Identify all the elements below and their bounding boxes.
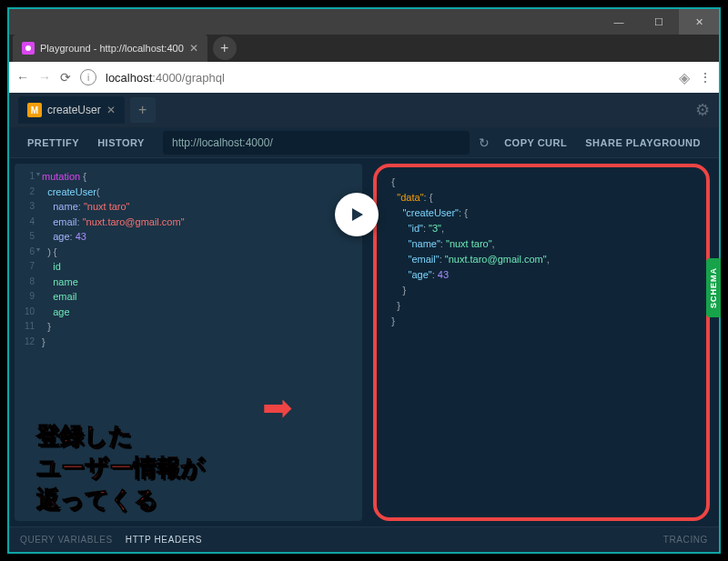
play-icon xyxy=(349,206,365,223)
endpoint-reload-icon[interactable]: ↻ xyxy=(479,135,490,150)
browser-tab[interactable]: Playground - http://localhost:400 ✕ xyxy=(13,35,207,62)
toolbar: PRETTIFY HISTORY http://localhost:4000/ … xyxy=(9,127,719,158)
query-variables-tab[interactable]: QUERY VARIABLES xyxy=(20,535,113,545)
operation-tab-label: createUser xyxy=(47,104,101,116)
extension-icon[interactable]: ◈ xyxy=(679,69,690,86)
http-headers-tab[interactable]: HTTP HEADERS xyxy=(126,535,202,545)
playground-tab-bar: M createUser ✕ + ⚙ xyxy=(9,93,719,127)
prettify-button[interactable]: PRETTIFY xyxy=(18,137,88,148)
new-tab-button[interactable]: + xyxy=(213,36,237,60)
reload-button[interactable]: ⟳ xyxy=(60,70,71,85)
back-button[interactable]: ← xyxy=(16,70,29,85)
browser-tab-title: Playground - http://localhost:400 xyxy=(40,43,184,54)
execute-button[interactable] xyxy=(335,193,379,236)
share-playground-button[interactable]: SHARE PLAYGROUND xyxy=(576,137,710,148)
history-button[interactable]: HISTORY xyxy=(88,137,154,148)
favicon-icon xyxy=(22,42,35,55)
main-area: 1▾mutation { 2 createUser( 3 name: "nuxt… xyxy=(9,158,719,526)
minimize-button[interactable]: — xyxy=(599,9,639,35)
settings-gear-icon[interactable]: ⚙ xyxy=(695,100,710,120)
mutation-icon: M xyxy=(27,103,42,117)
window-close-button[interactable]: ✕ xyxy=(679,9,719,35)
site-info-icon[interactable]: i xyxy=(80,69,96,85)
url-display[interactable]: localhost:4000/graphql xyxy=(106,71,225,85)
operation-tab[interactable]: M createUser ✕ xyxy=(18,96,125,124)
new-operation-tab-button[interactable]: + xyxy=(130,97,156,123)
editor-footer: QUERY VARIABLES HTTP HEADERS TRACING xyxy=(9,526,719,552)
query-editor[interactable]: 1▾mutation { 2 createUser( 3 name: "nuxt… xyxy=(15,164,362,521)
tab-close-icon[interactable]: ✕ xyxy=(189,42,198,55)
svg-point-0 xyxy=(25,45,31,51)
tracing-tab[interactable]: TRACING xyxy=(663,535,708,545)
forward-button[interactable]: → xyxy=(38,70,51,85)
browser-menu-icon[interactable]: ⋮ xyxy=(699,70,712,85)
operation-tab-close-icon[interactable]: ✕ xyxy=(106,104,116,116)
playground-app: M createUser ✕ + ⚙ PRETTIFY HISTORY http… xyxy=(9,93,719,552)
window-titlebar: — ☐ ✕ xyxy=(9,9,719,35)
copy-curl-button[interactable]: COPY CURL xyxy=(495,137,576,148)
response-pane: { "data": { "createUser": { "id": "3", "… xyxy=(373,164,710,521)
maximize-button[interactable]: ☐ xyxy=(639,9,679,35)
address-bar: ← → ⟳ i localhost:4000/graphql ◈ ⋮ xyxy=(9,62,719,93)
browser-tab-strip: Playground - http://localhost:400 ✕ + xyxy=(9,35,719,62)
schema-tab[interactable]: SCHEMA xyxy=(706,258,721,317)
endpoint-input[interactable]: http://localhost:4000/ xyxy=(163,131,470,155)
